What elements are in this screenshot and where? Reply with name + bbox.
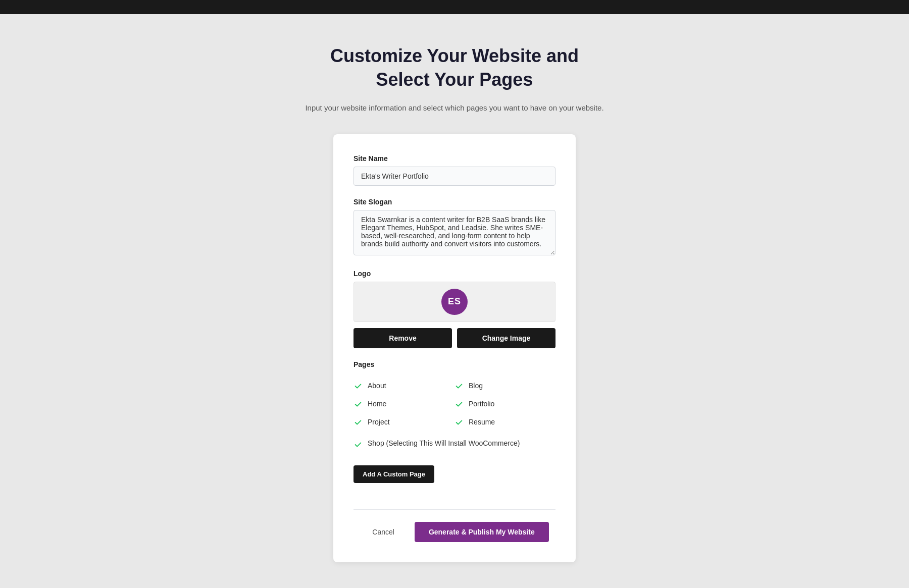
check-icon-shop (354, 440, 363, 449)
logo-preview: ES (354, 282, 556, 322)
page-title: Customize Your Website and Select Your P… (330, 44, 579, 92)
top-bar (0, 0, 909, 14)
site-name-input[interactable] (354, 167, 556, 186)
pages-label: Pages (354, 360, 556, 368)
page-item-portfolio: Portfolio (454, 395, 556, 413)
site-slogan-group: Site Slogan Ekta Swarnkar is a content w… (354, 198, 556, 257)
check-icon-resume (454, 418, 464, 427)
page-wrapper: Customize Your Website and Select Your P… (0, 14, 909, 588)
page-subtitle: Input your website information and selec… (305, 102, 603, 114)
page-label-portfolio: Portfolio (469, 400, 494, 408)
page-label-about: About (368, 382, 386, 390)
check-icon-blog (454, 382, 464, 391)
divider (354, 509, 556, 510)
page-label-blog: Blog (469, 382, 483, 390)
site-name-group: Site Name (354, 154, 556, 186)
pages-group: Pages About Blog (354, 360, 556, 497)
logo-group: Logo ES Remove Change Image (354, 270, 556, 348)
page-label-project: Project (368, 418, 390, 426)
page-label-shop: Shop (Selecting This Will Install WooCom… (368, 439, 520, 447)
logo-label: Logo (354, 270, 556, 278)
site-slogan-input[interactable]: Ekta Swarnkar is a content writer for B2… (354, 210, 556, 255)
page-item-shop: Shop (Selecting This Will Install WooCom… (354, 435, 556, 453)
publish-button[interactable]: Generate & Publish My Website (415, 522, 549, 542)
page-item-project: Project (354, 413, 454, 431)
site-name-label: Site Name (354, 154, 556, 163)
page-item-resume: Resume (454, 413, 556, 431)
logo-button-row: Remove Change Image (354, 328, 556, 348)
check-icon-project (354, 418, 363, 427)
pages-grid: About Blog Home (354, 377, 556, 431)
logo-avatar: ES (441, 289, 468, 315)
page-label-home: Home (368, 400, 386, 408)
check-icon-home (354, 400, 363, 409)
cancel-button[interactable]: Cancel (360, 522, 407, 542)
remove-button[interactable]: Remove (354, 328, 452, 348)
main-card: Site Name Site Slogan Ekta Swarnkar is a… (333, 134, 576, 562)
page-item-home: Home (354, 395, 454, 413)
change-image-button[interactable]: Change Image (457, 328, 556, 348)
page-label-resume: Resume (469, 418, 495, 426)
site-slogan-label: Site Slogan (354, 198, 556, 206)
check-icon-about (354, 382, 363, 391)
check-icon-portfolio (454, 400, 464, 409)
add-custom-page-container: Add A Custom Page (354, 461, 556, 497)
page-item-about: About (354, 377, 454, 395)
add-custom-page-button[interactable]: Add A Custom Page (354, 465, 434, 483)
page-item-blog: Blog (454, 377, 556, 395)
action-row: Cancel Generate & Publish My Website (354, 522, 556, 542)
